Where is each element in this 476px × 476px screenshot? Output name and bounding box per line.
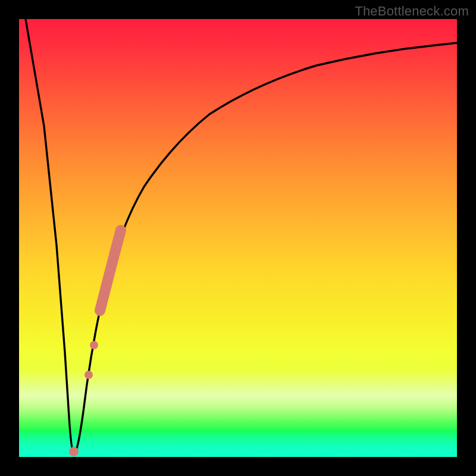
watermark-text: TheBottleneck.com bbox=[355, 4, 469, 19]
plot-area bbox=[19, 19, 457, 457]
chart-frame: TheBottleneck.com bbox=[0, 0, 476, 476]
